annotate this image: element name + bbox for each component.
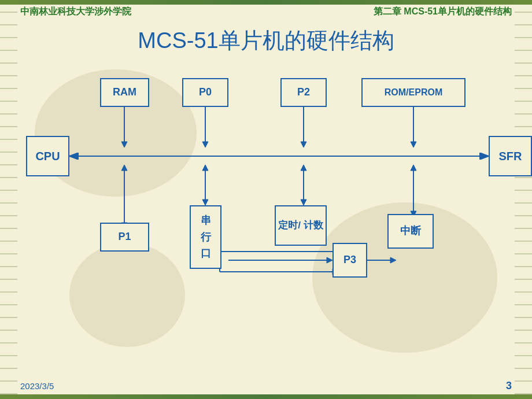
timer-box: 定时/ 计数 <box>275 205 327 246</box>
svg-marker-26 <box>411 165 416 171</box>
border-top <box>0 0 532 5</box>
footer-page: 3 <box>506 380 512 392</box>
rom-box: ROM/EPROM <box>361 78 466 107</box>
chapter-title: 第二章 MCS-51单片机的硬件结构 <box>374 6 512 18</box>
page-title: MCS-51单片机的硬件结构 <box>0 26 532 56</box>
p3-box: P3 <box>332 243 367 278</box>
svg-marker-14 <box>202 165 208 171</box>
header: 中南林业科技大学涉外学院 第二章 MCS-51单片机的硬件结构 <box>20 6 512 18</box>
svg-marker-8 <box>121 165 127 171</box>
p2-box: P2 <box>280 78 327 107</box>
sfr-box: SFR <box>489 136 532 176</box>
svg-marker-11 <box>202 142 208 147</box>
vine-left <box>0 0 17 399</box>
footer-date: 2023/3/5 <box>20 381 54 391</box>
vine-right <box>515 0 532 399</box>
school-name: 中南林业科技大学涉外学院 <box>20 6 131 18</box>
diagram: CPU RAM P0 P2 ROM/EPROM SFR P1 串 行 口 定时/… <box>20 66 512 373</box>
svg-marker-23 <box>411 142 416 147</box>
svg-marker-5 <box>121 142 127 147</box>
arrows-svg <box>20 66 512 373</box>
p1-box: P1 <box>100 223 149 252</box>
serial-box: 串 行 口 <box>190 205 221 269</box>
ram-box: RAM <box>100 78 149 107</box>
svg-marker-30 <box>390 257 396 263</box>
svg-marker-17 <box>301 142 306 147</box>
interrupt-box: 中断 <box>387 214 434 249</box>
svg-marker-13 <box>202 200 208 205</box>
svg-marker-19 <box>301 200 306 205</box>
footer: 2023/3/5 3 <box>20 380 512 392</box>
svg-marker-28 <box>327 257 332 263</box>
border-bottom <box>0 394 532 399</box>
svg-marker-20 <box>301 165 306 171</box>
cpu-box: CPU <box>26 136 69 176</box>
p0-box: P0 <box>182 78 228 107</box>
